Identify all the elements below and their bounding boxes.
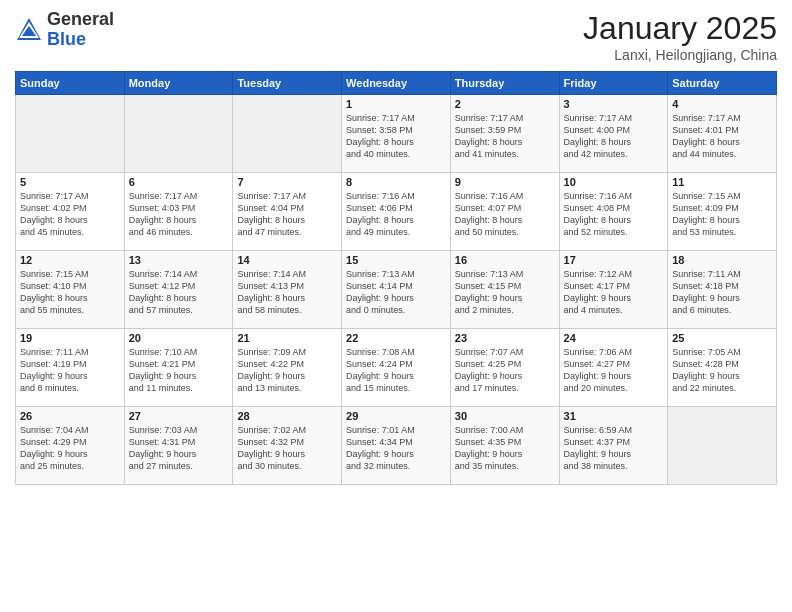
- day-cell: 24Sunrise: 7:06 AM Sunset: 4:27 PM Dayli…: [559, 329, 668, 407]
- day-number: 13: [129, 254, 229, 266]
- day-number: 14: [237, 254, 337, 266]
- day-number: 20: [129, 332, 229, 344]
- day-number: 19: [20, 332, 120, 344]
- day-cell: 25Sunrise: 7:05 AM Sunset: 4:28 PM Dayli…: [668, 329, 777, 407]
- day-cell: 16Sunrise: 7:13 AM Sunset: 4:15 PM Dayli…: [450, 251, 559, 329]
- weekday-header-friday: Friday: [559, 72, 668, 95]
- weekday-header-saturday: Saturday: [668, 72, 777, 95]
- week-row-3: 12Sunrise: 7:15 AM Sunset: 4:10 PM Dayli…: [16, 251, 777, 329]
- day-cell: 1Sunrise: 7:17 AM Sunset: 3:58 PM Daylig…: [342, 95, 451, 173]
- day-info: Sunrise: 7:15 AM Sunset: 4:09 PM Dayligh…: [672, 190, 772, 239]
- logo-icon: [15, 16, 43, 44]
- logo-text: General Blue: [47, 10, 114, 50]
- day-number: 8: [346, 176, 446, 188]
- day-number: 15: [346, 254, 446, 266]
- day-cell: 30Sunrise: 7:00 AM Sunset: 4:35 PM Dayli…: [450, 407, 559, 485]
- week-row-4: 19Sunrise: 7:11 AM Sunset: 4:19 PM Dayli…: [16, 329, 777, 407]
- day-info: Sunrise: 7:09 AM Sunset: 4:22 PM Dayligh…: [237, 346, 337, 395]
- day-number: 6: [129, 176, 229, 188]
- weekday-header-sunday: Sunday: [16, 72, 125, 95]
- day-cell: 22Sunrise: 7:08 AM Sunset: 4:24 PM Dayli…: [342, 329, 451, 407]
- location-title: Lanxi, Heilongjiang, China: [583, 47, 777, 63]
- day-cell: 3Sunrise: 7:17 AM Sunset: 4:00 PM Daylig…: [559, 95, 668, 173]
- day-info: Sunrise: 7:16 AM Sunset: 4:08 PM Dayligh…: [564, 190, 664, 239]
- day-cell: 15Sunrise: 7:13 AM Sunset: 4:14 PM Dayli…: [342, 251, 451, 329]
- day-info: Sunrise: 6:59 AM Sunset: 4:37 PM Dayligh…: [564, 424, 664, 473]
- day-info: Sunrise: 7:17 AM Sunset: 4:04 PM Dayligh…: [237, 190, 337, 239]
- day-number: 21: [237, 332, 337, 344]
- day-info: Sunrise: 7:15 AM Sunset: 4:10 PM Dayligh…: [20, 268, 120, 317]
- weekday-header-wednesday: Wednesday: [342, 72, 451, 95]
- day-info: Sunrise: 7:17 AM Sunset: 3:59 PM Dayligh…: [455, 112, 555, 161]
- day-cell: 4Sunrise: 7:17 AM Sunset: 4:01 PM Daylig…: [668, 95, 777, 173]
- day-number: 26: [20, 410, 120, 422]
- day-number: 28: [237, 410, 337, 422]
- day-info: Sunrise: 7:11 AM Sunset: 4:19 PM Dayligh…: [20, 346, 120, 395]
- week-row-5: 26Sunrise: 7:04 AM Sunset: 4:29 PM Dayli…: [16, 407, 777, 485]
- day-info: Sunrise: 7:17 AM Sunset: 4:03 PM Dayligh…: [129, 190, 229, 239]
- weekday-header-row: SundayMondayTuesdayWednesdayThursdayFrid…: [16, 72, 777, 95]
- day-cell: [668, 407, 777, 485]
- day-info: Sunrise: 7:17 AM Sunset: 4:01 PM Dayligh…: [672, 112, 772, 161]
- header: General Blue January 2025 Lanxi, Heilong…: [15, 10, 777, 63]
- day-number: 7: [237, 176, 337, 188]
- day-number: 4: [672, 98, 772, 110]
- day-number: 29: [346, 410, 446, 422]
- day-number: 12: [20, 254, 120, 266]
- day-number: 18: [672, 254, 772, 266]
- day-info: Sunrise: 7:17 AM Sunset: 4:02 PM Dayligh…: [20, 190, 120, 239]
- day-number: 30: [455, 410, 555, 422]
- day-cell: 31Sunrise: 6:59 AM Sunset: 4:37 PM Dayli…: [559, 407, 668, 485]
- day-info: Sunrise: 7:12 AM Sunset: 4:17 PM Dayligh…: [564, 268, 664, 317]
- day-number: 5: [20, 176, 120, 188]
- day-cell: [233, 95, 342, 173]
- day-cell: 20Sunrise: 7:10 AM Sunset: 4:21 PM Dayli…: [124, 329, 233, 407]
- day-number: 10: [564, 176, 664, 188]
- day-info: Sunrise: 7:14 AM Sunset: 4:12 PM Dayligh…: [129, 268, 229, 317]
- day-cell: 27Sunrise: 7:03 AM Sunset: 4:31 PM Dayli…: [124, 407, 233, 485]
- day-number: 25: [672, 332, 772, 344]
- day-cell: 23Sunrise: 7:07 AM Sunset: 4:25 PM Dayli…: [450, 329, 559, 407]
- day-number: 16: [455, 254, 555, 266]
- day-number: 2: [455, 98, 555, 110]
- day-cell: 12Sunrise: 7:15 AM Sunset: 4:10 PM Dayli…: [16, 251, 125, 329]
- day-cell: 29Sunrise: 7:01 AM Sunset: 4:34 PM Dayli…: [342, 407, 451, 485]
- day-cell: 21Sunrise: 7:09 AM Sunset: 4:22 PM Dayli…: [233, 329, 342, 407]
- day-info: Sunrise: 7:03 AM Sunset: 4:31 PM Dayligh…: [129, 424, 229, 473]
- day-info: Sunrise: 7:00 AM Sunset: 4:35 PM Dayligh…: [455, 424, 555, 473]
- day-number: 24: [564, 332, 664, 344]
- day-number: 11: [672, 176, 772, 188]
- day-info: Sunrise: 7:10 AM Sunset: 4:21 PM Dayligh…: [129, 346, 229, 395]
- logo-blue-text: Blue: [47, 29, 86, 49]
- day-info: Sunrise: 7:11 AM Sunset: 4:18 PM Dayligh…: [672, 268, 772, 317]
- day-info: Sunrise: 7:16 AM Sunset: 4:06 PM Dayligh…: [346, 190, 446, 239]
- day-cell: [16, 95, 125, 173]
- logo: General Blue: [15, 10, 114, 50]
- day-info: Sunrise: 7:01 AM Sunset: 4:34 PM Dayligh…: [346, 424, 446, 473]
- weekday-header-thursday: Thursday: [450, 72, 559, 95]
- day-cell: 10Sunrise: 7:16 AM Sunset: 4:08 PM Dayli…: [559, 173, 668, 251]
- day-info: Sunrise: 7:05 AM Sunset: 4:28 PM Dayligh…: [672, 346, 772, 395]
- day-cell: 7Sunrise: 7:17 AM Sunset: 4:04 PM Daylig…: [233, 173, 342, 251]
- day-cell: 14Sunrise: 7:14 AM Sunset: 4:13 PM Dayli…: [233, 251, 342, 329]
- day-number: 23: [455, 332, 555, 344]
- day-cell: 8Sunrise: 7:16 AM Sunset: 4:06 PM Daylig…: [342, 173, 451, 251]
- day-number: 31: [564, 410, 664, 422]
- calendar-table: SundayMondayTuesdayWednesdayThursdayFrid…: [15, 71, 777, 485]
- day-cell: 6Sunrise: 7:17 AM Sunset: 4:03 PM Daylig…: [124, 173, 233, 251]
- day-cell: 5Sunrise: 7:17 AM Sunset: 4:02 PM Daylig…: [16, 173, 125, 251]
- day-info: Sunrise: 7:14 AM Sunset: 4:13 PM Dayligh…: [237, 268, 337, 317]
- day-cell: 9Sunrise: 7:16 AM Sunset: 4:07 PM Daylig…: [450, 173, 559, 251]
- day-number: 27: [129, 410, 229, 422]
- day-info: Sunrise: 7:17 AM Sunset: 3:58 PM Dayligh…: [346, 112, 446, 161]
- day-cell: 18Sunrise: 7:11 AM Sunset: 4:18 PM Dayli…: [668, 251, 777, 329]
- day-cell: 19Sunrise: 7:11 AM Sunset: 4:19 PM Dayli…: [16, 329, 125, 407]
- day-info: Sunrise: 7:04 AM Sunset: 4:29 PM Dayligh…: [20, 424, 120, 473]
- day-cell: 2Sunrise: 7:17 AM Sunset: 3:59 PM Daylig…: [450, 95, 559, 173]
- day-cell: 13Sunrise: 7:14 AM Sunset: 4:12 PM Dayli…: [124, 251, 233, 329]
- day-info: Sunrise: 7:16 AM Sunset: 4:07 PM Dayligh…: [455, 190, 555, 239]
- day-number: 1: [346, 98, 446, 110]
- week-row-1: 1Sunrise: 7:17 AM Sunset: 3:58 PM Daylig…: [16, 95, 777, 173]
- week-row-2: 5Sunrise: 7:17 AM Sunset: 4:02 PM Daylig…: [16, 173, 777, 251]
- calendar-page: General Blue January 2025 Lanxi, Heilong…: [0, 0, 792, 612]
